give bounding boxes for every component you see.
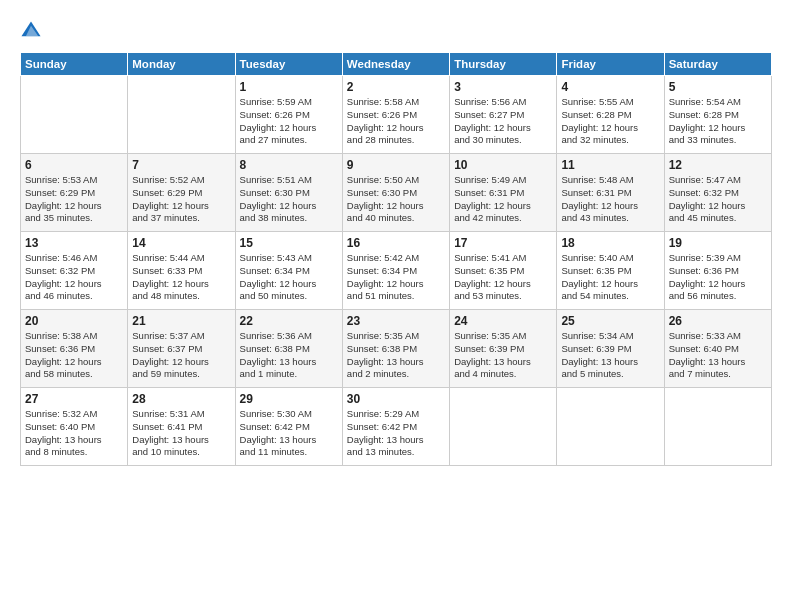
day-number: 7 [132,158,230,172]
calendar-cell: 14Sunrise: 5:44 AM Sunset: 6:33 PM Dayli… [128,232,235,310]
day-number: 23 [347,314,445,328]
day-number: 18 [561,236,659,250]
day-detail: Sunrise: 5:35 AM Sunset: 6:39 PM Dayligh… [454,330,552,381]
calendar-cell: 10Sunrise: 5:49 AM Sunset: 6:31 PM Dayli… [450,154,557,232]
day-detail: Sunrise: 5:31 AM Sunset: 6:41 PM Dayligh… [132,408,230,459]
day-number: 14 [132,236,230,250]
calendar-cell: 20Sunrise: 5:38 AM Sunset: 6:36 PM Dayli… [21,310,128,388]
calendar-cell: 27Sunrise: 5:32 AM Sunset: 6:40 PM Dayli… [21,388,128,466]
day-number: 3 [454,80,552,94]
header-day-wednesday: Wednesday [342,53,449,76]
day-number: 29 [240,392,338,406]
day-detail: Sunrise: 5:44 AM Sunset: 6:33 PM Dayligh… [132,252,230,303]
day-detail: Sunrise: 5:37 AM Sunset: 6:37 PM Dayligh… [132,330,230,381]
calendar-table: SundayMondayTuesdayWednesdayThursdayFrid… [20,52,772,466]
header-day-saturday: Saturday [664,53,771,76]
calendar-cell [128,76,235,154]
day-number: 25 [561,314,659,328]
calendar-cell: 18Sunrise: 5:40 AM Sunset: 6:35 PM Dayli… [557,232,664,310]
calendar-cell: 19Sunrise: 5:39 AM Sunset: 6:36 PM Dayli… [664,232,771,310]
day-detail: Sunrise: 5:36 AM Sunset: 6:38 PM Dayligh… [240,330,338,381]
calendar-cell: 11Sunrise: 5:48 AM Sunset: 6:31 PM Dayli… [557,154,664,232]
calendar-cell: 24Sunrise: 5:35 AM Sunset: 6:39 PM Dayli… [450,310,557,388]
calendar-cell [450,388,557,466]
calendar-cell: 29Sunrise: 5:30 AM Sunset: 6:42 PM Dayli… [235,388,342,466]
header-row: SundayMondayTuesdayWednesdayThursdayFrid… [21,53,772,76]
calendar-header: SundayMondayTuesdayWednesdayThursdayFrid… [21,53,772,76]
header-day-tuesday: Tuesday [235,53,342,76]
calendar-cell: 6Sunrise: 5:53 AM Sunset: 6:29 PM Daylig… [21,154,128,232]
calendar-cell: 3Sunrise: 5:56 AM Sunset: 6:27 PM Daylig… [450,76,557,154]
day-number: 13 [25,236,123,250]
day-number: 6 [25,158,123,172]
calendar-cell: 7Sunrise: 5:52 AM Sunset: 6:29 PM Daylig… [128,154,235,232]
day-detail: Sunrise: 5:49 AM Sunset: 6:31 PM Dayligh… [454,174,552,225]
calendar-cell: 1Sunrise: 5:59 AM Sunset: 6:26 PM Daylig… [235,76,342,154]
day-number: 16 [347,236,445,250]
day-detail: Sunrise: 5:48 AM Sunset: 6:31 PM Dayligh… [561,174,659,225]
header [20,18,772,42]
week-row-1: 1Sunrise: 5:59 AM Sunset: 6:26 PM Daylig… [21,76,772,154]
day-number: 10 [454,158,552,172]
day-detail: Sunrise: 5:54 AM Sunset: 6:28 PM Dayligh… [669,96,767,147]
day-number: 30 [347,392,445,406]
day-number: 28 [132,392,230,406]
day-detail: Sunrise: 5:56 AM Sunset: 6:27 PM Dayligh… [454,96,552,147]
day-number: 22 [240,314,338,328]
logo-icon [20,20,42,42]
calendar-cell: 22Sunrise: 5:36 AM Sunset: 6:38 PM Dayli… [235,310,342,388]
day-number: 15 [240,236,338,250]
day-number: 20 [25,314,123,328]
day-number: 8 [240,158,338,172]
day-number: 9 [347,158,445,172]
day-number: 17 [454,236,552,250]
calendar-cell: 4Sunrise: 5:55 AM Sunset: 6:28 PM Daylig… [557,76,664,154]
calendar-cell: 21Sunrise: 5:37 AM Sunset: 6:37 PM Dayli… [128,310,235,388]
header-day-sunday: Sunday [21,53,128,76]
day-number: 12 [669,158,767,172]
day-number: 27 [25,392,123,406]
day-detail: Sunrise: 5:38 AM Sunset: 6:36 PM Dayligh… [25,330,123,381]
day-number: 26 [669,314,767,328]
day-number: 4 [561,80,659,94]
day-detail: Sunrise: 5:34 AM Sunset: 6:39 PM Dayligh… [561,330,659,381]
day-number: 5 [669,80,767,94]
day-detail: Sunrise: 5:58 AM Sunset: 6:26 PM Dayligh… [347,96,445,147]
header-day-friday: Friday [557,53,664,76]
day-detail: Sunrise: 5:59 AM Sunset: 6:26 PM Dayligh… [240,96,338,147]
day-detail: Sunrise: 5:39 AM Sunset: 6:36 PM Dayligh… [669,252,767,303]
day-detail: Sunrise: 5:43 AM Sunset: 6:34 PM Dayligh… [240,252,338,303]
calendar-cell [664,388,771,466]
calendar-cell: 8Sunrise: 5:51 AM Sunset: 6:30 PM Daylig… [235,154,342,232]
calendar-cell: 16Sunrise: 5:42 AM Sunset: 6:34 PM Dayli… [342,232,449,310]
day-number: 19 [669,236,767,250]
week-row-3: 13Sunrise: 5:46 AM Sunset: 6:32 PM Dayli… [21,232,772,310]
day-detail: Sunrise: 5:29 AM Sunset: 6:42 PM Dayligh… [347,408,445,459]
calendar-cell: 17Sunrise: 5:41 AM Sunset: 6:35 PM Dayli… [450,232,557,310]
day-detail: Sunrise: 5:30 AM Sunset: 6:42 PM Dayligh… [240,408,338,459]
day-detail: Sunrise: 5:50 AM Sunset: 6:30 PM Dayligh… [347,174,445,225]
day-detail: Sunrise: 5:55 AM Sunset: 6:28 PM Dayligh… [561,96,659,147]
day-detail: Sunrise: 5:40 AM Sunset: 6:35 PM Dayligh… [561,252,659,303]
calendar-cell: 26Sunrise: 5:33 AM Sunset: 6:40 PM Dayli… [664,310,771,388]
calendar-cell: 23Sunrise: 5:35 AM Sunset: 6:38 PM Dayli… [342,310,449,388]
day-detail: Sunrise: 5:42 AM Sunset: 6:34 PM Dayligh… [347,252,445,303]
calendar-cell: 5Sunrise: 5:54 AM Sunset: 6:28 PM Daylig… [664,76,771,154]
day-detail: Sunrise: 5:47 AM Sunset: 6:32 PM Dayligh… [669,174,767,225]
day-detail: Sunrise: 5:32 AM Sunset: 6:40 PM Dayligh… [25,408,123,459]
week-row-5: 27Sunrise: 5:32 AM Sunset: 6:40 PM Dayli… [21,388,772,466]
calendar-cell [557,388,664,466]
day-number: 21 [132,314,230,328]
header-day-thursday: Thursday [450,53,557,76]
week-row-2: 6Sunrise: 5:53 AM Sunset: 6:29 PM Daylig… [21,154,772,232]
week-row-4: 20Sunrise: 5:38 AM Sunset: 6:36 PM Dayli… [21,310,772,388]
day-number: 24 [454,314,552,328]
calendar-cell: 13Sunrise: 5:46 AM Sunset: 6:32 PM Dayli… [21,232,128,310]
calendar-cell: 30Sunrise: 5:29 AM Sunset: 6:42 PM Dayli… [342,388,449,466]
day-detail: Sunrise: 5:33 AM Sunset: 6:40 PM Dayligh… [669,330,767,381]
calendar-body: 1Sunrise: 5:59 AM Sunset: 6:26 PM Daylig… [21,76,772,466]
calendar-cell: 9Sunrise: 5:50 AM Sunset: 6:30 PM Daylig… [342,154,449,232]
day-detail: Sunrise: 5:53 AM Sunset: 6:29 PM Dayligh… [25,174,123,225]
day-number: 1 [240,80,338,94]
calendar-cell [21,76,128,154]
